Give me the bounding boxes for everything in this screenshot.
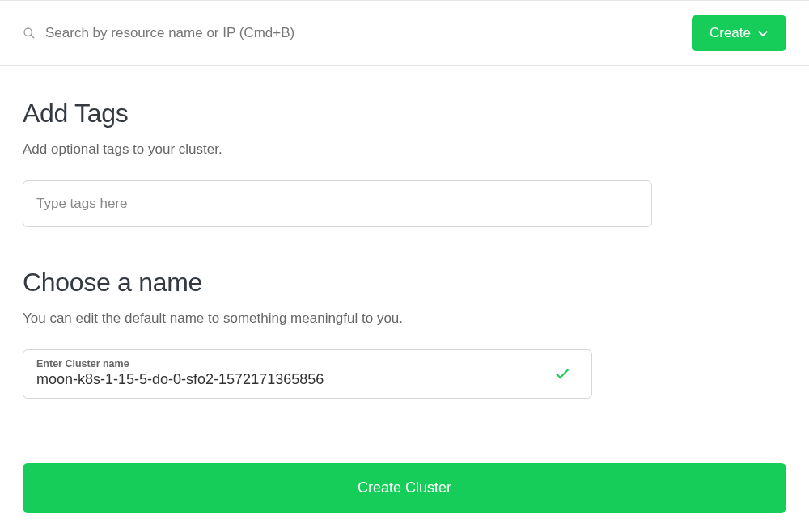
search-area [23, 25, 692, 41]
create-button-label: Create [709, 25, 751, 41]
add-tags-section: Add Tags Add optional tags to your clust… [23, 99, 786, 227]
search-input[interactable] [45, 25, 692, 41]
cluster-name-label: Enter Cluster name [36, 358, 544, 369]
svg-line-1 [31, 35, 34, 38]
tags-input[interactable] [23, 180, 652, 227]
main-content: Add Tags Add optional tags to your clust… [0, 66, 809, 463]
cluster-name-inner: Enter Cluster name [36, 358, 544, 388]
check-icon [554, 367, 570, 380]
choose-name-title: Choose a name [23, 268, 786, 298]
create-button[interactable]: Create [692, 15, 786, 51]
cluster-name-field[interactable]: Enter Cluster name [23, 349, 592, 399]
top-bar: Create [0, 0, 809, 66]
choose-name-section: Choose a name You can edit the default n… [23, 268, 786, 399]
svg-point-0 [24, 28, 32, 36]
chevron-down-icon [757, 29, 769, 37]
choose-name-description: You can edit the default name to somethi… [23, 310, 786, 327]
search-icon [23, 27, 36, 40]
cluster-name-input[interactable] [36, 371, 544, 388]
create-cluster-button[interactable]: Create Cluster [23, 463, 786, 513]
footer: Create Cluster [0, 463, 809, 532]
add-tags-title: Add Tags [23, 99, 786, 129]
add-tags-description: Add optional tags to your cluster. [23, 141, 786, 158]
